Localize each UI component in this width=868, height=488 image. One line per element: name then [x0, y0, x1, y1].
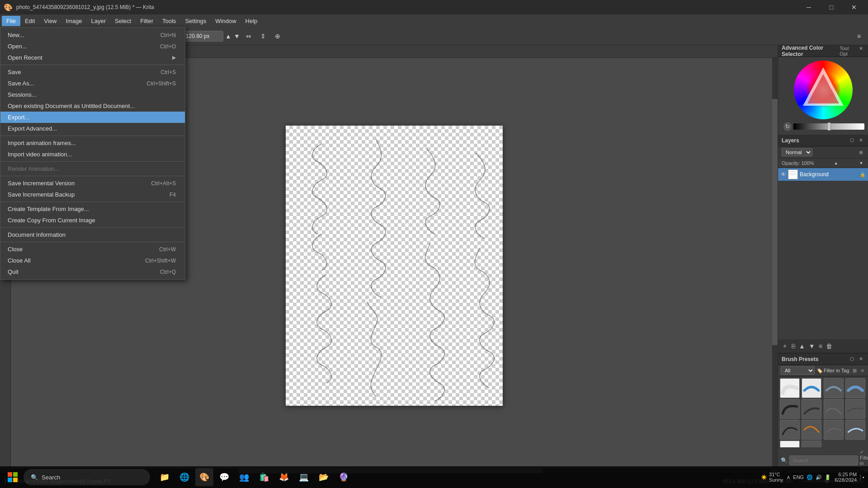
move-layer-up[interactable]: ▲ — [798, 342, 806, 351]
menu-quit[interactable]: Quit Ctrl+Q — [0, 266, 185, 277]
taskbar-icon-krita[interactable]: 🎨 — [195, 468, 213, 486]
brush-item-3[interactable] — [824, 378, 844, 398]
copy-layer-btn[interactable]: ⎘ — [791, 342, 796, 351]
brush-item-7[interactable] — [824, 399, 844, 419]
brush-search-input[interactable] — [789, 455, 858, 465]
brush-grid-view-btn[interactable]: ⊞ — [851, 368, 858, 374]
color-selector-close[interactable]: ✕ — [858, 46, 864, 56]
taskbar-icon-teams[interactable]: 👥 — [235, 468, 253, 486]
layer-item-background[interactable]: 👁 Background 🔒 — [778, 168, 868, 181]
v-scrollbar[interactable] — [772, 58, 778, 468]
menu-tools[interactable]: Tools — [158, 16, 180, 26]
taskbar-search-bar[interactable]: 🔍 Search — [24, 469, 150, 485]
menu-import-frames[interactable]: Import animation frames... — [0, 137, 185, 149]
menu-close-all[interactable]: Close All Ctrl+Shift+W — [0, 255, 185, 266]
extra-tool[interactable]: ⊕ — [271, 30, 284, 42]
layers-close[interactable]: ✕ — [858, 137, 864, 143]
close-button[interactable]: ✕ — [844, 0, 864, 14]
menu-window[interactable]: Window — [211, 16, 241, 26]
brush-float-btn[interactable]: ⬡ — [849, 356, 856, 362]
brush-item-13[interactable] — [780, 441, 800, 447]
menu-save[interactable]: Save Ctrl+S — [0, 66, 185, 78]
layers-float-btn[interactable]: ⬡ — [849, 137, 856, 143]
v-scrollbar-thumb[interactable] — [772, 99, 778, 345]
menu-select[interactable]: Select — [110, 16, 136, 26]
brush-item-14[interactable] — [802, 441, 821, 447]
brush-item-2[interactable] — [802, 378, 821, 398]
menu-new[interactable]: New... Ctrl+N — [0, 29, 185, 41]
layer-options-btn[interactable]: ≡ — [818, 342, 823, 351]
taskbar-icon-whatsapp[interactable]: 💬 — [215, 468, 233, 486]
menu-sessions[interactable]: Sessions... — [0, 89, 185, 100]
color-selector-tool-opt[interactable]: Tool Opt — [838, 46, 856, 56]
show-hidden-btn[interactable]: ∧ — [787, 474, 790, 480]
size-input[interactable] — [183, 31, 223, 42]
add-layer-btn[interactable]: ＋ — [781, 341, 789, 351]
menu-settings[interactable]: Settings — [180, 16, 211, 26]
toolbar-right-btn[interactable]: ≡ — [853, 30, 865, 42]
menu-edit[interactable]: Edit — [20, 16, 39, 26]
size-up[interactable]: ▲ — [225, 30, 232, 42]
menu-open-untitled[interactable]: Open existing Document as Untitled Docum… — [0, 100, 185, 112]
color-gradient-bar[interactable] — [793, 123, 864, 130]
brush-item-12[interactable] — [845, 420, 865, 440]
taskbar-clock[interactable]: 6:25 PM 6/28/2024 — [835, 472, 857, 483]
brush-item-11[interactable] — [824, 420, 844, 440]
taskbar-icon-file-explorer[interactable]: 📁 — [156, 468, 174, 486]
menu-filter[interactable]: Filter — [136, 16, 158, 26]
flip-v-btn[interactable]: ⇕ — [257, 30, 269, 42]
menu-save-backup[interactable]: Save Incremental Backup F4 — [0, 189, 185, 200]
brush-list-view-btn[interactable]: ≡ — [860, 368, 865, 373]
minimize-button[interactable]: ─ — [798, 0, 819, 14]
brush-item-6[interactable] — [802, 399, 821, 419]
taskbar-icon-edge[interactable]: 🌐 — [175, 468, 193, 486]
menu-open-recent[interactable]: Open Recent ▶ — [0, 52, 185, 63]
size-down[interactable]: ▼ — [233, 30, 241, 42]
menu-save-incremental[interactable]: Save Incremental Version Ctrl+Alt+S — [0, 178, 185, 189]
menu-doc-info[interactable]: Document Information — [0, 229, 185, 240]
brush-item-1[interactable] — [780, 378, 800, 398]
taskbar-icon-browser[interactable]: 🦊 — [275, 468, 293, 486]
move-layer-down[interactable]: ▼ — [808, 342, 816, 351]
layer-visibility-btn[interactable]: 👁 — [781, 171, 786, 178]
menu-help[interactable]: Help — [241, 16, 262, 26]
taskbar-icon-files[interactable]: 📂 — [315, 468, 333, 486]
taskbar-start-button[interactable] — [4, 468, 22, 486]
menu-view[interactable]: View — [39, 16, 61, 26]
menu-save-as[interactable]: Save As... Ctrl+Shift+S — [0, 78, 185, 89]
delete-layer-btn[interactable]: 🗑 — [825, 342, 833, 351]
layer-expand-btn[interactable]: ⊕ — [858, 150, 864, 155]
maximize-button[interactable]: □ — [821, 0, 842, 14]
layer-opacity-down[interactable]: ▼ — [858, 160, 864, 166]
menu-close[interactable]: Close Ctrl+W — [0, 244, 185, 255]
brush-preview-13 — [780, 441, 799, 447]
taskbar-icon-store[interactable]: 🛍️ — [255, 468, 273, 486]
brush-item-10[interactable] — [802, 420, 821, 440]
layer-blend-select[interactable]: Normal Multiply Screen — [782, 148, 812, 156]
layer-opacity-up[interactable]: ▲ — [833, 160, 839, 166]
flip-h-btn[interactable]: ⇔ — [242, 30, 255, 42]
brush-item-4[interactable] — [845, 378, 865, 398]
menu-open[interactable]: Open... Ctrl+O — [0, 41, 185, 52]
menu-create-template[interactable]: Create Template From Image... — [0, 203, 185, 215]
menu-create-copy[interactable]: Create Copy From Current Image — [0, 215, 185, 226]
menu-export-advanced[interactable]: Export Advanced... — [0, 123, 185, 134]
menu-file[interactable]: File — [2, 16, 20, 26]
menu-export[interactable]: Export... — [0, 112, 185, 123]
menu-import-video[interactable]: Import video animation... — [0, 149, 185, 160]
menu-image[interactable]: Image — [61, 16, 86, 26]
brush-item-9[interactable] — [780, 420, 800, 440]
brush-tag-select[interactable]: All — [781, 366, 815, 375]
brush-item-5[interactable] — [780, 399, 800, 419]
taskbar-icon-vscode[interactable]: 💻 — [295, 468, 313, 486]
menu-layer[interactable]: Layer — [86, 16, 110, 26]
show-desktop-btn[interactable]: ▪ — [860, 474, 864, 480]
taskbar-weather[interactable]: ☀️ 31°C Sunny — [761, 472, 783, 483]
color-gradient-handle[interactable] — [827, 122, 831, 131]
color-refresh-btn[interactable]: ↻ — [783, 122, 792, 131]
color-wheel[interactable] — [794, 61, 853, 119]
menu-close-shortcut: Ctrl+W — [159, 246, 176, 253]
taskbar-icon-app[interactable]: 🔮 — [335, 468, 353, 486]
brush-item-8[interactable] — [845, 399, 865, 419]
brush-close-btn[interactable]: ✕ — [858, 356, 864, 362]
